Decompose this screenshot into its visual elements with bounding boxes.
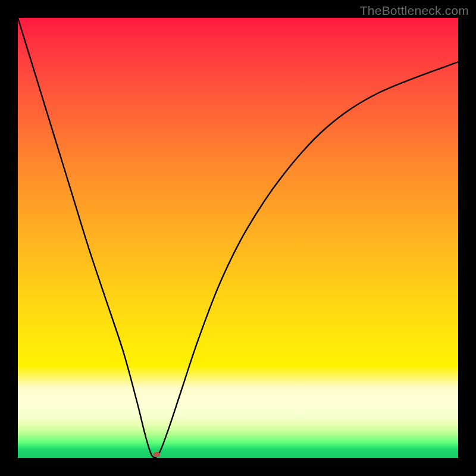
valley-marker bbox=[154, 452, 160, 457]
curve-svg bbox=[18, 18, 458, 458]
bottleneck-curve bbox=[18, 18, 458, 458]
plot-area bbox=[18, 18, 458, 458]
attribution-text: TheBottleneck.com bbox=[360, 4, 469, 18]
chart-frame: TheBottleneck.com bbox=[0, 0, 476, 476]
